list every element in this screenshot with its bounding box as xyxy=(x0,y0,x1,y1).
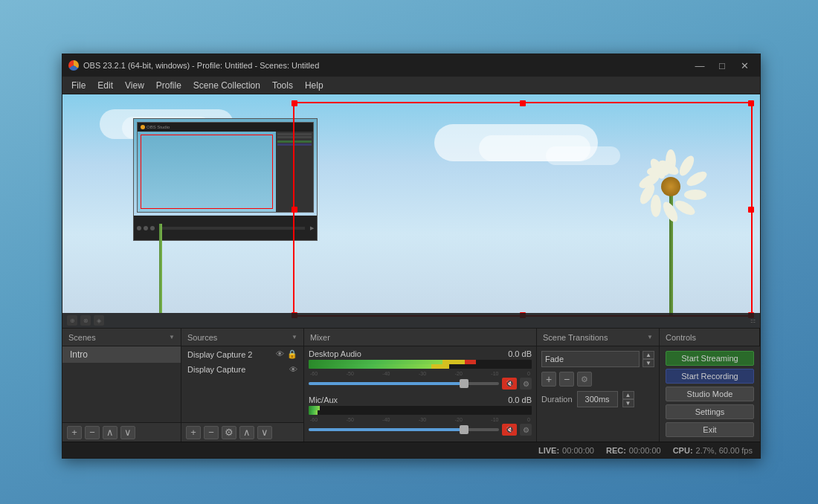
transition-spin-up[interactable]: ▲ xyxy=(643,351,654,359)
mixer-desktop-controls: 🔇 ⚙ xyxy=(309,378,532,390)
studio-mode-button[interactable]: Studio Mode xyxy=(666,387,754,401)
duration-spin: ▲ ▼ xyxy=(622,391,634,407)
duration-label: Duration xyxy=(541,395,573,404)
scenes-down-button[interactable]: ∨ xyxy=(120,426,135,439)
mixer-channel-mic-header: Mic/Aux 0.0 dB xyxy=(309,395,532,404)
menu-tools[interactable]: Tools xyxy=(266,79,299,92)
duration-row: Duration ▲ ▼ xyxy=(541,391,654,407)
transition-remove-button[interactable]: − xyxy=(559,372,574,387)
mixer-desktop-db: 0.0 dB xyxy=(508,349,532,358)
source-lock-icon-1[interactable]: 🔒 xyxy=(287,349,297,359)
preview-tool-1[interactable]: ⊕ xyxy=(67,315,77,326)
mixer-mic-meters xyxy=(309,406,532,415)
mixer-desktop-slider[interactable] xyxy=(309,382,499,385)
controls-panel: Start Streaming Start Recording Studio M… xyxy=(660,346,760,442)
scenes-remove-button[interactable]: − xyxy=(85,426,100,439)
duration-spin-up[interactable]: ▲ xyxy=(622,391,634,399)
sources-down-button[interactable]: ∨ xyxy=(257,426,272,439)
bottom-panel: Scenes ▼ Sources ▼ Mixer Scene Transitio… xyxy=(62,328,760,458)
scenes-add-button[interactable]: + xyxy=(67,426,82,439)
sources-up-button[interactable]: ∧ xyxy=(239,426,254,439)
status-rec: REC: 00:00:00 xyxy=(606,446,661,455)
sources-label: Sources xyxy=(187,333,217,342)
settings-button[interactable]: Settings xyxy=(666,404,754,419)
source-item-display-capture-2[interactable]: Display Capture 2 👁 🔒 xyxy=(181,346,303,362)
menu-profile[interactable]: Profile xyxy=(150,79,187,92)
cpu-value: 2.7%, 60.00 fps xyxy=(696,446,753,455)
transition-settings-button[interactable]: ⚙ xyxy=(577,372,592,387)
rec-label: REC: xyxy=(606,446,626,455)
sources-remove-button[interactable]: − xyxy=(204,426,219,439)
menu-view[interactable]: View xyxy=(119,79,150,92)
sources-list: Display Capture 2 👁 🔒 Display Capture 👁 xyxy=(181,346,303,422)
mixer-desktop-meter-green-bottom xyxy=(309,364,431,369)
duration-spin-down[interactable]: ▼ xyxy=(622,399,634,407)
start-recording-button[interactable]: Start Recording xyxy=(666,369,754,384)
scenes-list: Intro xyxy=(62,346,181,422)
source-eye-icon-1[interactable]: 👁 xyxy=(276,349,284,359)
scenes-panel: Intro + − ∧ ∨ xyxy=(62,346,181,442)
mixer-mic-slider[interactable] xyxy=(309,428,499,431)
exit-button[interactable]: Exit xyxy=(666,422,754,437)
cloud-5 xyxy=(546,146,620,165)
start-streaming-button[interactable]: Start Streaming xyxy=(666,351,754,366)
transition-spin-down[interactable]: ▼ xyxy=(643,359,654,367)
menu-file[interactable]: File xyxy=(65,79,91,92)
menu-bar: File Edit View Profile Scene Collection … xyxy=(62,77,760,94)
mixer-mic-controls: 🔇 ⚙ xyxy=(309,424,532,436)
menu-help[interactable]: Help xyxy=(299,79,329,92)
controls-panel-header: Controls xyxy=(660,329,760,346)
small-preview-content: OBS Studio xyxy=(134,119,317,216)
menu-edit[interactable]: Edit xyxy=(91,79,119,92)
mixer-channel-desktop-header: Desktop Audio 0.0 dB xyxy=(309,349,532,358)
scenes-toolbar: + − ∧ ∨ xyxy=(62,422,181,442)
controls-label: Controls xyxy=(666,333,696,342)
scenes-label: Scenes xyxy=(68,333,96,342)
preview-tool-2[interactable]: ⊗ xyxy=(80,315,91,326)
scenes-up-button[interactable]: ∧ xyxy=(103,426,117,439)
transition-spin: ▲ ▼ xyxy=(643,351,654,367)
rec-time: 00:00:00 xyxy=(629,446,661,455)
transition-select[interactable]: Fade Cut Swipe Slide Stinger xyxy=(541,351,640,367)
obs-logo-icon xyxy=(68,60,79,71)
source-eye-icon-2[interactable]: 👁 xyxy=(289,365,297,374)
mixer-panel-header: Mixer xyxy=(304,329,537,346)
window-title: OBS 23.2.1 (64-bit, windows) - Profile: … xyxy=(83,61,690,70)
sources-add-button[interactable]: + xyxy=(186,426,201,439)
source-icons-1: 👁 🔒 xyxy=(276,349,297,359)
mixer-channel-desktop: Desktop Audio 0.0 dB -60-50-40 -30-20-10… xyxy=(309,349,532,392)
window-controls: — □ ✕ xyxy=(690,58,754,73)
scene-item-intro[interactable]: Intro xyxy=(62,346,181,363)
mixer-desktop-slider-thumb[interactable] xyxy=(460,379,468,388)
transitions-header-arrow: ▼ xyxy=(647,334,653,340)
title-bar: OBS 23.2.1 (64-bit, windows) - Profile: … xyxy=(62,54,760,77)
scenes-panel-header: Scenes ▼ xyxy=(62,329,181,346)
mixer-desktop-meter-yellow-bottom xyxy=(431,364,449,369)
preview-area: OBS Studio xyxy=(62,94,760,328)
close-button[interactable]: ✕ xyxy=(735,58,754,73)
main-daisy xyxy=(641,183,701,317)
duration-input[interactable] xyxy=(577,391,618,407)
menu-scene-collection[interactable]: Scene Collection xyxy=(187,79,266,92)
mixer-mic-name: Mic/Aux xyxy=(309,395,338,404)
mixer-desktop-settings-button[interactable]: ⚙ xyxy=(520,378,532,390)
mixer-desktop-meter-red-top xyxy=(465,360,476,364)
mixer-mic-slider-thumb[interactable] xyxy=(460,425,468,434)
source-item-display-capture[interactable]: Display Capture 👁 xyxy=(181,362,303,377)
preview-tool-3[interactable]: ◈ xyxy=(94,315,104,326)
sources-panel: Display Capture 2 👁 🔒 Display Capture 👁 xyxy=(181,346,304,442)
minimize-button[interactable]: — xyxy=(690,58,709,73)
mixer-mic-mute-button[interactable]: 🔇 xyxy=(502,424,517,436)
mixer-desktop-mute-button[interactable]: 🔇 xyxy=(502,378,517,390)
mixer-mic-settings-button[interactable]: ⚙ xyxy=(520,424,532,436)
maximize-button[interactable]: □ xyxy=(712,58,732,73)
mixer-desktop-meters xyxy=(309,360,532,369)
mixer-desktop-tick-labels: -60-50-40 -30-20-10 0 xyxy=(309,371,532,376)
live-time: 00:00:00 xyxy=(562,446,594,455)
mixer-mic-slider-fill xyxy=(309,428,461,431)
mixer-channel-mic: Mic/Aux 0.0 dB -60-50-40 -30-20-10 0 xyxy=(309,395,532,439)
cpu-label: CPU: xyxy=(673,446,693,455)
sources-settings-button[interactable]: ⚙ xyxy=(222,426,236,439)
transition-add-button[interactable]: + xyxy=(541,372,556,387)
mixer-panel: Desktop Audio 0.0 dB -60-50-40 -30-20-10… xyxy=(304,346,537,442)
